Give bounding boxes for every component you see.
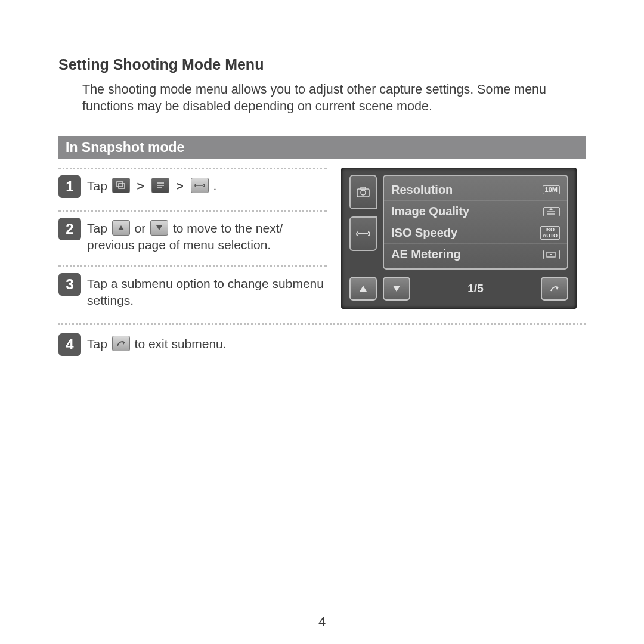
pager-label: 1/5 [416, 282, 535, 295]
step-body: Tap to exit submenu. [87, 333, 227, 352]
step-1: 1 Tap > > . [58, 168, 327, 204]
page-up-button[interactable] [349, 277, 377, 301]
step-text: Tap [87, 179, 111, 193]
chevron-right-icon: > [174, 178, 186, 194]
svg-marker-5 [118, 225, 124, 230]
metering-icon [543, 250, 560, 259]
step-text: . [213, 179, 216, 193]
camera-tab-icon[interactable] [349, 175, 377, 209]
arrow-down-icon [150, 220, 168, 236]
tools-tab-icon[interactable] [349, 216, 377, 251]
svg-marker-12 [549, 208, 553, 210]
menu-panel: Resolution 10M Image Quality ISO Speedy … [383, 175, 568, 270]
page-down-button[interactable] [383, 277, 410, 301]
svg-marker-15 [360, 286, 367, 292]
step-text: or [135, 221, 150, 235]
menu-item-ae-metering[interactable]: AE Metering [384, 244, 567, 265]
svg-rect-0 [117, 182, 123, 187]
section-heading: Setting Shooting Mode Menu [58, 56, 586, 73]
exit-button[interactable] [541, 277, 568, 301]
step-number-badge: 3 [58, 273, 81, 296]
menu-item-image-quality[interactable]: Image Quality [384, 201, 567, 222]
menu-item-resolution[interactable]: Resolution 10M [384, 179, 567, 201]
menu-item-label: Resolution [391, 183, 453, 197]
menu-item-label: Image Quality [391, 205, 469, 218]
menu-item-iso[interactable]: ISO Speedy ISO AUTO [384, 222, 567, 244]
wrench-icon [191, 178, 209, 193]
steps-column: 1 Tap > > . 2 Tap [58, 168, 327, 321]
menu-item-value: ISO AUTO [540, 226, 560, 240]
svg-point-8 [361, 190, 366, 195]
side-tabs [349, 175, 377, 270]
mode-bar: In Snapshot mode [58, 136, 586, 159]
step-number-badge: 2 [58, 218, 81, 240]
step-3: 3 Tap a submenu option to change submenu… [58, 265, 327, 314]
exit-arrow-icon [112, 336, 130, 351]
menu-item-value: 10M [543, 185, 560, 195]
step-body: Tap a submenu option to change submenu s… [87, 273, 327, 308]
svg-marker-6 [156, 225, 162, 230]
gallery-icon [112, 178, 130, 193]
step-number-badge: 1 [58, 175, 81, 198]
svg-rect-9 [361, 187, 366, 190]
camera-screen: Resolution 10M Image Quality ISO Speedy … [341, 168, 577, 309]
arrow-up-icon [112, 220, 130, 236]
step-4: 4 Tap to exit submenu. [58, 323, 586, 362]
step-text: Tap a submenu option to change submenu s… [87, 277, 324, 307]
svg-marker-16 [393, 286, 400, 292]
list-icon [151, 178, 169, 193]
step-body: Tap > > . [87, 175, 216, 194]
menu-item-label: AE Metering [391, 247, 461, 261]
step-text: Tap [87, 337, 111, 351]
menu-item-label: ISO Speedy [391, 226, 457, 240]
step-body: Tap or to move to the next/ previous pag… [87, 218, 327, 253]
quality-icon [543, 207, 560, 216]
screenshot-column: Resolution 10M Image Quality ISO Speedy … [341, 168, 586, 321]
svg-rect-14 [550, 254, 552, 255]
chevron-right-icon: > [135, 178, 147, 194]
step-text: to exit submenu. [135, 337, 227, 351]
step-text: Tap [87, 221, 111, 235]
svg-rect-1 [119, 184, 125, 188]
section-intro: The shooting mode menu allows you to adj… [82, 82, 586, 114]
step-number-badge: 4 [58, 333, 81, 356]
page-number: 4 [0, 614, 644, 630]
step-2: 2 Tap or to move to the next/ previous p… [58, 210, 327, 259]
